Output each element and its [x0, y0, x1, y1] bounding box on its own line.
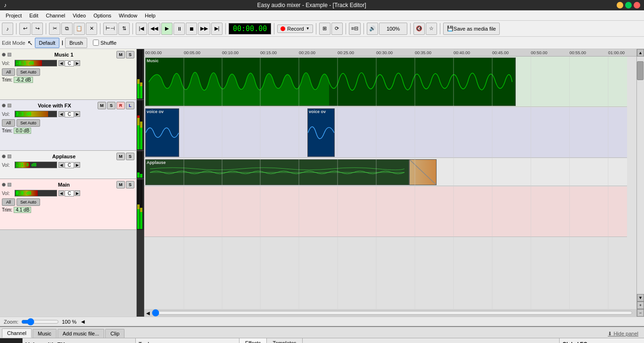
- pan-right-main[interactable]: ▶: [74, 190, 80, 196]
- goto-end-button[interactable]: ▶|: [211, 23, 223, 35]
- menu-window[interactable]: Window: [115, 12, 141, 19]
- rewind-button[interactable]: ◀◀: [148, 23, 160, 35]
- pan-right-music1[interactable]: ▶: [74, 60, 80, 66]
- h-scroll-slider[interactable]: [152, 309, 633, 317]
- redo-button[interactable]: ↪: [32, 23, 43, 35]
- menu-edit[interactable]: Edit: [25, 12, 42, 19]
- pause-button[interactable]: ⏸: [173, 23, 185, 35]
- horizontal-scrollbar[interactable]: ◀: [144, 309, 636, 317]
- track-power-icon-voice[interactable]: [2, 104, 6, 107]
- waveform-clip-music[interactable]: Music: [145, 57, 516, 106]
- split-button[interactable]: ⊢⊣: [103, 23, 117, 35]
- vol-val-voice: 3.3 dB: [16, 112, 32, 116]
- window-title: Easy audio mixer - Example - [Track Edit…: [7, 2, 617, 8]
- zoom-out-button[interactable]: −: [637, 309, 644, 317]
- pan-left-music1[interactable]: ◀: [58, 60, 64, 66]
- stop-button[interactable]: ⏹: [186, 23, 197, 35]
- tab-music[interactable]: Music: [33, 329, 57, 338]
- setauto-button-main[interactable]: Set Auto: [17, 198, 40, 206]
- paste-button[interactable]: 📋: [74, 23, 85, 35]
- close-button[interactable]: [634, 2, 640, 8]
- mixer-button[interactable]: ≡⊟: [349, 23, 361, 35]
- waveform-clip-voice1[interactable]: voice ov: [145, 108, 179, 157]
- normalize-button[interactable]: ⇅: [118, 23, 130, 35]
- cut-button[interactable]: ✂: [49, 23, 60, 35]
- record-button[interactable]: Record ▼: [277, 24, 313, 33]
- track-power-icon-applause[interactable]: [2, 155, 6, 158]
- minimize-button[interactable]: [617, 2, 623, 8]
- track-expand-icon[interactable]: [8, 53, 11, 57]
- menu-project[interactable]: Project: [2, 12, 25, 19]
- scroll-left-button[interactable]: ◀: [81, 319, 85, 324]
- track-expand-icon-main[interactable]: [8, 183, 11, 187]
- play-button[interactable]: ▶: [161, 23, 173, 35]
- track-main-mute-button[interactable]: M: [116, 181, 125, 188]
- all-button-main[interactable]: All: [2, 198, 15, 206]
- trim-label-music1: Trim:: [2, 77, 12, 82]
- track-music1-solo-button[interactable]: S: [126, 51, 134, 58]
- menu-channel[interactable]: Channel: [42, 12, 69, 19]
- fx-tab-effects[interactable]: Effects: [239, 338, 267, 343]
- scroll-up-button[interactable]: ▲: [637, 49, 644, 57]
- waveform-clip-applause[interactable]: Applause: [145, 159, 409, 185]
- all-button-music1[interactable]: All: [2, 68, 15, 76]
- waveform-clip-applause-fade[interactable]: [409, 159, 437, 185]
- marker-button[interactable]: ⊞: [319, 23, 330, 35]
- record-dropdown-icon[interactable]: ▼: [306, 26, 310, 31]
- default-mode-button[interactable]: Default: [35, 38, 60, 48]
- all-button-voice[interactable]: All: [2, 119, 15, 127]
- track-expand-icon-voice[interactable]: [8, 104, 11, 107]
- track-applause-mute-button[interactable]: M: [116, 153, 125, 160]
- scroll-left-icon[interactable]: ◀: [146, 310, 150, 316]
- pan-right-applause[interactable]: ▶: [74, 162, 80, 168]
- track-main-solo-button[interactable]: S: [126, 181, 134, 188]
- save-as-media-button[interactable]: 💾 Save as media file: [443, 23, 500, 35]
- menu-options[interactable]: Options: [90, 12, 115, 19]
- vertical-scrollbar[interactable]: ▲ ▼ + −: [636, 49, 644, 317]
- hide-panel-button[interactable]: ⬇ Hide panel: [604, 330, 642, 338]
- goto-start-button[interactable]: |◀: [136, 23, 147, 35]
- track-voice-record-button[interactable]: R: [116, 102, 125, 109]
- track-voice-fx-button[interactable]: L: [126, 102, 134, 109]
- solo-track-button[interactable]: ☆: [426, 23, 437, 35]
- menu-video[interactable]: Video: [69, 12, 90, 19]
- zoom-slider[interactable]: [21, 318, 59, 326]
- undo-button[interactable]: ↩: [19, 23, 31, 35]
- separator2: [46, 23, 46, 34]
- track-voice-mute-button[interactable]: M: [98, 102, 106, 109]
- tab-add-music[interactable]: Add music file...: [58, 329, 105, 338]
- track-power-icon-main[interactable]: [2, 183, 6, 187]
- brush-mode-button[interactable]: Brush: [65, 38, 87, 48]
- track-applause-solo-button[interactable]: S: [126, 153, 134, 160]
- shuffle-checkbox[interactable]: [93, 40, 99, 46]
- zoom-in-button[interactable]: +: [637, 302, 644, 309]
- vu-strips: [5, 340, 17, 343]
- maximize-button[interactable]: [625, 2, 632, 8]
- pan-right-voice[interactable]: ▶: [74, 111, 80, 117]
- setauto-button-voice[interactable]: Set Auto: [17, 119, 40, 127]
- vol-meter-main: 0.0 dB: [15, 190, 57, 196]
- menu-help[interactable]: Help: [141, 12, 159, 19]
- track-expand-icon-applause[interactable]: [8, 155, 11, 158]
- waveform-clip-voice2[interactable]: voice ov: [307, 108, 335, 157]
- scroll-thumb[interactable]: [637, 61, 644, 80]
- copy-button[interactable]: ⧉: [61, 23, 73, 35]
- loop-button[interactable]: ⟳: [331, 23, 343, 35]
- zoom-bar: Zoom: 100 % ◀: [0, 317, 644, 326]
- track-music1-name: Music 1: [54, 52, 73, 57]
- app-icon-button[interactable]: ♪: [2, 23, 13, 35]
- setauto-button-music1[interactable]: Set Auto: [17, 68, 40, 76]
- tab-clip[interactable]: Clip: [105, 329, 124, 338]
- track-voice-solo-button[interactable]: S: [107, 102, 116, 109]
- tab-channel[interactable]: Channel: [2, 328, 32, 338]
- fx-tab-templates[interactable]: Templates: [267, 338, 302, 343]
- pan-left-applause[interactable]: ◀: [58, 162, 64, 168]
- scroll-down-button[interactable]: ▼: [637, 294, 644, 302]
- delete-button[interactable]: ✕: [86, 23, 97, 35]
- pan-left-voice[interactable]: ◀: [58, 111, 64, 117]
- fast-forward-button[interactable]: ▶▶: [198, 23, 210, 35]
- track-music1-mute-button[interactable]: M: [116, 51, 125, 58]
- mute-track-button[interactable]: 🔇: [413, 23, 425, 35]
- pan-left-main[interactable]: ◀: [58, 190, 64, 196]
- track-power-icon[interactable]: [2, 53, 6, 57]
